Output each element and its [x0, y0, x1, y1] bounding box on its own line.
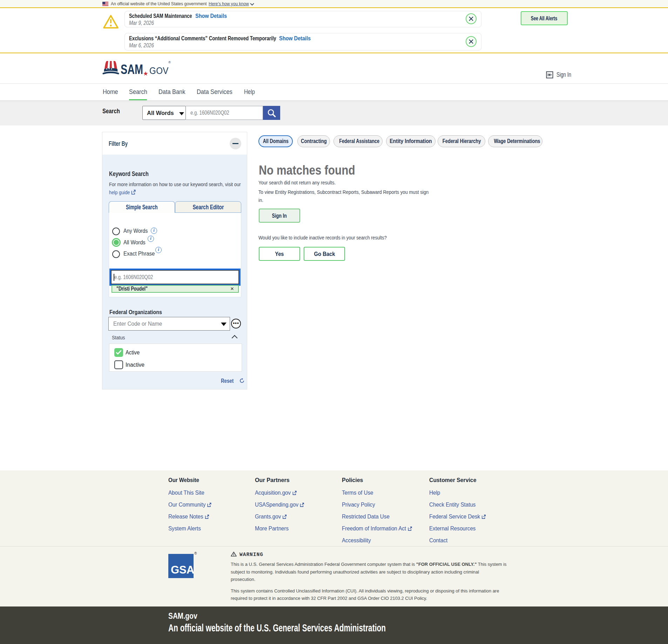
svg-text:GOV: GOV [149, 65, 169, 76]
svg-text:®: ® [168, 60, 171, 64]
svg-text:SAM: SAM [121, 62, 143, 77]
